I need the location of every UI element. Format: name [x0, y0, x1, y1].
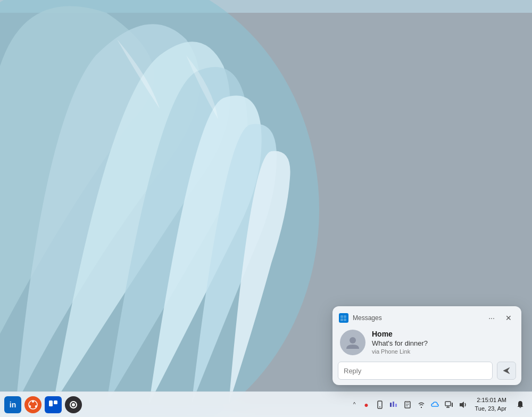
toast-sender: Home — [372, 330, 514, 338]
svg-rect-18 — [390, 403, 392, 407]
toast-avatar — [340, 330, 365, 355]
toast-app-icon — [339, 313, 348, 323]
svg-rect-4 — [340, 318, 343, 321]
tray-icon-volume[interactable] — [458, 399, 468, 410]
toast-via: via Phone Link — [372, 348, 514, 355]
svg-point-15 — [72, 403, 75, 406]
svg-rect-11 — [49, 400, 53, 406]
svg-rect-25 — [445, 402, 451, 406]
system-tray-expand[interactable]: ^ — [351, 399, 358, 410]
toast-app-name: Messages — [353, 314, 481, 322]
toast-send-button[interactable] — [497, 362, 516, 380]
toast-message: What's for dinner? — [372, 339, 514, 347]
svg-point-6 — [350, 337, 356, 344]
toast-header: Messages ··· ✕ — [332, 306, 521, 328]
toast-reply-input[interactable] — [338, 362, 493, 380]
taskbar-linkedin[interactable]: in — [4, 396, 21, 413]
svg-rect-2 — [340, 315, 343, 318]
taskbar-left: in — [4, 396, 82, 413]
svg-rect-12 — [54, 400, 57, 404]
tray-icon-network[interactable] — [416, 399, 427, 410]
tray-icon-red[interactable]: ● — [361, 399, 371, 410]
system-clock[interactable]: 2:15:01 AM Tue, 23, Apr — [471, 395, 510, 414]
taskbar: in — [0, 391, 532, 417]
toast-close-button[interactable]: ✕ — [502, 312, 515, 324]
svg-point-9 — [29, 405, 31, 407]
svg-rect-19 — [393, 402, 394, 407]
toast-content: Home What's for dinner? via Phone Link — [372, 330, 514, 355]
toast-body: Home What's for dinner? via Phone Link — [332, 328, 521, 362]
tray-icon-taskmanager[interactable] — [388, 399, 399, 410]
toast-menu-button[interactable]: ··· — [485, 312, 498, 324]
clock-time: 2:15:01 AM — [477, 396, 506, 404]
taskbar-right: ^ ● — [351, 395, 528, 414]
toast-reply-row — [332, 362, 521, 385]
notification-bell[interactable] — [513, 397, 528, 412]
svg-point-10 — [35, 405, 37, 407]
svg-rect-26 — [452, 403, 453, 407]
tray-icon-clipboard[interactable] — [402, 399, 413, 410]
taskbar-trello[interactable] — [45, 396, 62, 413]
svg-point-17 — [379, 406, 380, 407]
tray-icon-cloud[interactable] — [430, 399, 440, 410]
svg-rect-5 — [344, 318, 346, 321]
clock-date: Tue, 23, Apr — [475, 405, 506, 413]
taskbar-obs[interactable] — [65, 396, 82, 413]
tray-icon-phonelink[interactable] — [375, 399, 385, 410]
tray-icon-display[interactable] — [444, 399, 454, 410]
svg-marker-29 — [460, 402, 464, 408]
svg-point-8 — [32, 400, 34, 403]
desktop: Messages ··· ✕ Home What's for dinner? v… — [0, 0, 532, 417]
taskbar-ubuntu[interactable] — [24, 396, 41, 413]
notification-toast: Messages ··· ✕ Home What's for dinner? v… — [332, 306, 521, 385]
svg-rect-22 — [406, 401, 409, 403]
svg-rect-3 — [344, 315, 346, 318]
svg-rect-20 — [395, 404, 397, 407]
